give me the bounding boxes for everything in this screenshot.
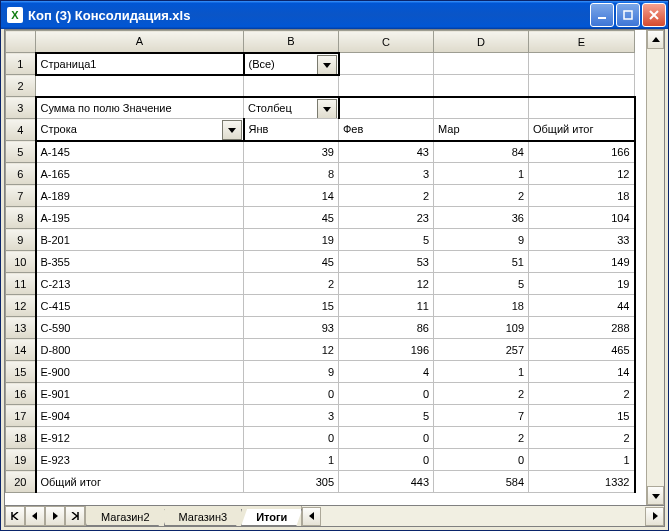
row-header[interactable]: 12 <box>6 295 36 317</box>
sheet-tab[interactable]: Магазин3 <box>164 509 243 526</box>
pivot-data-cell[interactable]: 14 <box>529 361 635 383</box>
pivot-data-cell[interactable]: 19 <box>529 273 635 295</box>
row-field-dropdown[interactable] <box>222 120 242 140</box>
page-field-value-cell[interactable]: (Все) <box>244 53 339 75</box>
col-header-E[interactable]: E <box>529 31 635 53</box>
pivot-row-label[interactable]: E-912 <box>36 427 244 449</box>
pivot-data-cell[interactable]: 51 <box>434 251 529 273</box>
pivot-row-label[interactable]: A-145 <box>36 141 244 163</box>
row-field-cell[interactable]: Строка <box>36 119 244 141</box>
pivot-row-label[interactable]: B-355 <box>36 251 244 273</box>
row-header[interactable]: 5 <box>6 141 36 163</box>
page-field-dropdown[interactable] <box>317 55 337 75</box>
pivot-row-label[interactable]: E-900 <box>36 361 244 383</box>
row-header[interactable]: 14 <box>6 339 36 361</box>
pivot-data-cell[interactable]: 12 <box>339 273 434 295</box>
pivot-row-label[interactable]: E-904 <box>36 405 244 427</box>
close-button[interactable] <box>642 3 666 27</box>
pivot-row-label[interactable]: C-213 <box>36 273 244 295</box>
cell[interactable] <box>529 75 635 97</box>
pivot-data-cell[interactable]: 465 <box>529 339 635 361</box>
col-header-D[interactable]: D <box>434 31 529 53</box>
pivot-col-header[interactable]: Янв <box>244 119 339 141</box>
cell[interactable] <box>434 53 529 75</box>
row-header[interactable]: 8 <box>6 207 36 229</box>
titlebar[interactable]: X Коп (3) Консолидация.xls <box>1 1 668 29</box>
pivot-data-cell[interactable]: 8 <box>244 163 339 185</box>
row-header[interactable]: 17 <box>6 405 36 427</box>
cell[interactable] <box>434 75 529 97</box>
pivot-data-cell[interactable]: 23 <box>339 207 434 229</box>
page-field-cell[interactable]: Страница1 <box>36 53 244 75</box>
grand-total-cell[interactable]: 584 <box>434 471 529 493</box>
sheet-tab[interactable]: Магазин2 <box>86 509 165 526</box>
col-header-C[interactable]: C <box>339 31 434 53</box>
pivot-data-cell[interactable]: 196 <box>339 339 434 361</box>
column-field-dropdown[interactable] <box>317 99 337 119</box>
scroll-down-button[interactable] <box>647 486 664 505</box>
pivot-data-cell[interactable]: 288 <box>529 317 635 339</box>
row-header[interactable]: 3 <box>6 97 36 119</box>
pivot-data-cell[interactable]: 93 <box>244 317 339 339</box>
grand-total-cell[interactable]: 443 <box>339 471 434 493</box>
pivot-data-cell[interactable]: 0 <box>339 449 434 471</box>
pivot-data-cell[interactable]: 149 <box>529 251 635 273</box>
pivot-data-cell[interactable]: 12 <box>529 163 635 185</box>
row-header[interactable]: 11 <box>6 273 36 295</box>
pivot-data-cell[interactable]: 45 <box>244 207 339 229</box>
pivot-data-cell[interactable]: 86 <box>339 317 434 339</box>
pivot-data-cell[interactable]: 39 <box>244 141 339 163</box>
row-header[interactable]: 13 <box>6 317 36 339</box>
row-header[interactable]: 1 <box>6 53 36 75</box>
pivot-data-cell[interactable]: 12 <box>244 339 339 361</box>
pivot-data-cell[interactable]: 5 <box>339 405 434 427</box>
pivot-data-cell[interactable]: 44 <box>529 295 635 317</box>
vertical-scrollbar[interactable] <box>646 30 664 505</box>
pivot-row-label[interactable]: A-189 <box>36 185 244 207</box>
row-header[interactable]: 18 <box>6 427 36 449</box>
minimize-button[interactable] <box>590 3 614 27</box>
pivot-row-label[interactable]: B-201 <box>36 229 244 251</box>
pivot-data-cell[interactable]: 15 <box>529 405 635 427</box>
spreadsheet-grid[interactable]: A B C D E 1 Страница1 (Все) <box>5 30 636 493</box>
pivot-data-cell[interactable]: 14 <box>244 185 339 207</box>
scroll-up-button[interactable] <box>647 30 664 49</box>
row-header[interactable]: 20 <box>6 471 36 493</box>
pivot-data-cell[interactable]: 109 <box>434 317 529 339</box>
row-header[interactable]: 19 <box>6 449 36 471</box>
maximize-button[interactable] <box>616 3 640 27</box>
pivot-data-cell[interactable]: 5 <box>339 229 434 251</box>
horizontal-scrollbar[interactable] <box>301 506 664 526</box>
pivot-data-cell[interactable]: 15 <box>244 295 339 317</box>
row-header[interactable]: 9 <box>6 229 36 251</box>
data-field-label-cell[interactable]: Сумма по полю Значение <box>36 97 244 119</box>
pivot-data-cell[interactable]: 36 <box>434 207 529 229</box>
pivot-data-cell[interactable]: 33 <box>529 229 635 251</box>
pivot-data-cell[interactable]: 5 <box>434 273 529 295</box>
cell[interactable] <box>339 53 434 75</box>
pivot-data-cell[interactable]: 43 <box>339 141 434 163</box>
pivot-data-cell[interactable]: 1 <box>434 163 529 185</box>
pivot-data-cell[interactable]: 0 <box>339 383 434 405</box>
pivot-data-cell[interactable]: 18 <box>529 185 635 207</box>
row-header[interactable]: 10 <box>6 251 36 273</box>
scroll-track[interactable] <box>647 49 664 486</box>
pivot-data-cell[interactable]: 3 <box>339 163 434 185</box>
scroll-track[interactable] <box>321 508 645 525</box>
column-field-cell[interactable]: Столбец <box>244 97 339 119</box>
tab-nav-last[interactable] <box>65 506 85 526</box>
cell[interactable] <box>434 97 529 119</box>
scroll-right-button[interactable] <box>645 507 664 526</box>
pivot-data-cell[interactable]: 9 <box>434 229 529 251</box>
pivot-data-cell[interactable]: 4 <box>339 361 434 383</box>
pivot-row-label[interactable]: D-800 <box>36 339 244 361</box>
pivot-data-cell[interactable]: 84 <box>434 141 529 163</box>
pivot-data-cell[interactable]: 53 <box>339 251 434 273</box>
row-header[interactable]: 7 <box>6 185 36 207</box>
pivot-row-label[interactable]: C-590 <box>36 317 244 339</box>
pivot-data-cell[interactable]: 0 <box>339 427 434 449</box>
pivot-data-cell[interactable]: 166 <box>529 141 635 163</box>
row-header[interactable]: 4 <box>6 119 36 141</box>
pivot-row-label[interactable]: E-901 <box>36 383 244 405</box>
row-header[interactable]: 2 <box>6 75 36 97</box>
